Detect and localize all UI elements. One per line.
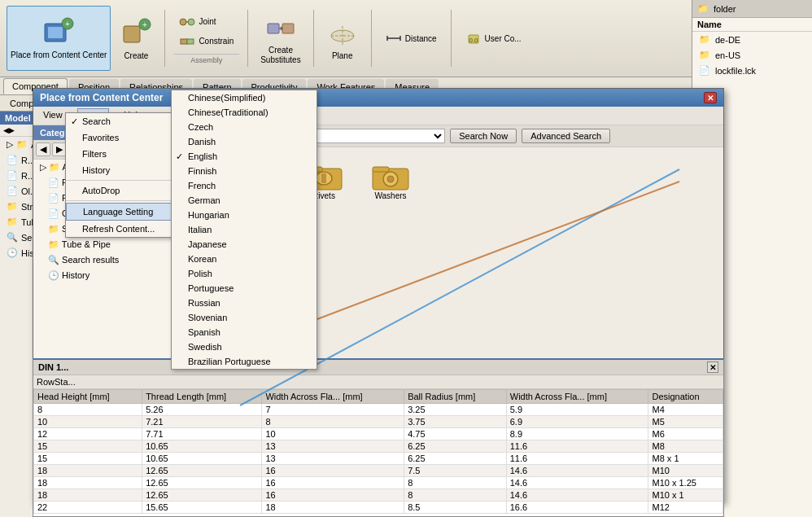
table-area: DIN 1... ✕ RowSta... Head Height [mm] Th…: [33, 358, 724, 517]
dialog-titlebar: Place from Content Center ✕: [33, 89, 723, 107]
table-row[interactable]: 1510.65136.2511.6M8 x 1: [34, 453, 723, 465]
lang-korean[interactable]: Korean: [172, 252, 317, 266]
svg-rect-12: [268, 24, 279, 33]
svg-rect-11: [187, 39, 194, 44]
user-co-button[interactable]: 0.0 User Co...: [460, 29, 527, 47]
data-table: Head Height [mm] Thread Length [mm] Widt…: [33, 389, 723, 514]
constrain-label: Constrain: [199, 37, 234, 46]
lang-brazilian-portuguese[interactable]: Brazilian Portuguese: [172, 354, 317, 369]
plane-icon: [326, 17, 359, 50]
lang-french[interactable]: French: [172, 178, 317, 193]
folder-icon-rp: 📁: [697, 3, 709, 14]
distance-button[interactable]: Distance: [380, 29, 443, 47]
table-row[interactable]: 1812.6516814.6M10 x 1.25: [34, 477, 723, 489]
lang-hungarian-label: Hungarian: [188, 210, 229, 220]
washers-label: Washers: [374, 191, 406, 200]
sidebar-search-icon: 🔍: [7, 232, 18, 243]
din-label: DIN 1...: [38, 362, 68, 372]
lang-japanese[interactable]: Japanese: [172, 237, 317, 252]
joint-label: Joint: [199, 17, 216, 26]
lang-danish[interactable]: Danish: [172, 134, 317, 149]
lang-english-label: English: [188, 151, 217, 161]
table-row[interactable]: 127.71104.758.9M6: [34, 428, 723, 440]
lang-german[interactable]: German: [172, 193, 317, 208]
svg-rect-10: [181, 39, 187, 44]
ctx-autodrop-label: AutoDrop: [82, 186, 120, 195]
lang-chinese-simplified[interactable]: Chinese(Simplified): [172, 90, 317, 105]
distance-label: Distance: [405, 34, 437, 43]
create-label: Create: [124, 51, 148, 60]
svg-rect-1: [48, 27, 63, 38]
lang-swedish[interactable]: Swedish: [172, 340, 317, 354]
lang-polish[interactable]: Polish: [172, 266, 317, 281]
right-panel-header: 📁 folder: [692, 0, 812, 18]
ctx-favorites-label: Favorites: [82, 133, 119, 142]
ctx-search-label: Search: [82, 116, 111, 126]
table-row[interactable]: 2215.65188.516.6M12: [34, 502, 723, 514]
lang-slovenian[interactable]: Slovenian: [172, 310, 317, 325]
row-status-label: RowSta...: [37, 377, 76, 387]
dialog-close-button[interactable]: ✕: [704, 92, 717, 103]
constrain-button[interactable]: Constrain: [173, 33, 239, 50]
lang-czech[interactable]: Czech: [172, 120, 317, 134]
toolbar-area: + Place from Content Center + Create Joi…: [0, 0, 812, 77]
table-row[interactable]: 1812.6516814.6M10 x 1: [34, 489, 723, 502]
rp-item-de-de[interactable]: 📁 de-DE: [692, 32, 812, 47]
lang-portuguese[interactable]: Portuguese: [172, 281, 317, 296]
sidebar-r2-icon: 📄: [7, 170, 18, 181]
table-row[interactable]: 1812.65167.514.6M10: [34, 465, 723, 477]
svg-rect-13: [282, 24, 294, 33]
lang-slovenian-label: Slovenian: [188, 313, 227, 322]
toolbar-divider-3: [313, 10, 314, 67]
create-substitutes-button[interactable]: CreateSubstitutes: [256, 6, 304, 71]
name-label: Name: [697, 20, 722, 29]
lang-english[interactable]: English: [172, 149, 317, 164]
plane-label: Plane: [332, 51, 353, 60]
advanced-search-button[interactable]: Advanced Search: [522, 129, 610, 143]
dialog-title: Place from Content Center: [40, 92, 163, 103]
svg-text:+: +: [65, 20, 70, 28]
col-thread-length: Thread Length [mm]: [142, 390, 262, 404]
lang-spanish[interactable]: Spanish: [172, 325, 317, 340]
place-from-content-button[interactable]: + Place from Content Center: [7, 6, 111, 71]
lang-spanish-label: Spanish: [188, 327, 220, 337]
user-co-label: User Co...: [485, 34, 522, 43]
lang-german-label: German: [188, 195, 220, 205]
distance-group: Distance: [380, 29, 443, 47]
sidebar-ol-icon: 📄: [7, 186, 18, 196]
rp-item-en-us[interactable]: 📁 en-US: [692, 47, 812, 63]
lang-italian-label: Italian: [188, 225, 212, 234]
toolbar-divider-2: [247, 10, 248, 67]
create-button[interactable]: + Create: [116, 6, 156, 71]
toolbar-divider-4: [371, 10, 372, 67]
table-row[interactable]: 1510.65136.2511.6M8: [34, 440, 723, 453]
menu-view[interactable]: View: [38, 108, 68, 123]
plane-button[interactable]: Plane: [322, 6, 363, 71]
table-row[interactable]: 85.2673.255.9M4: [34, 404, 723, 416]
joint-constrain-group: Joint Constrain Assembly: [173, 13, 239, 64]
lang-chinese-traditional[interactable]: Chinese(Traditional): [172, 105, 317, 120]
svg-rect-34: [373, 167, 389, 172]
lang-ct-label: Chinese(Traditional): [188, 107, 268, 117]
washers-icon-item[interactable]: Washers: [362, 156, 419, 204]
table-close-button[interactable]: ✕: [707, 361, 718, 373]
sidebar-tube-icon: 📁: [7, 217, 18, 227]
lang-finnish[interactable]: Finnish: [172, 164, 317, 178]
col-designation: Designation: [648, 390, 723, 404]
search-for-dropdown[interactable]: [315, 129, 445, 143]
nav-back-button[interactable]: ◀: [36, 142, 50, 156]
col-head-height: Head Height [mm]: [34, 390, 142, 404]
table-row[interactable]: 107.2183.756.9M5: [34, 416, 723, 428]
table-scroll-area[interactable]: Head Height [mm] Thread Length [mm] Widt…: [33, 389, 723, 514]
lang-hungarian[interactable]: Hungarian: [172, 208, 317, 222]
lang-swedish-label: Swedish: [188, 342, 222, 352]
lang-russian[interactable]: Russian: [172, 296, 317, 310]
lang-japanese-label: Japanese: [188, 239, 227, 249]
joint-button[interactable]: Joint: [173, 13, 239, 31]
rp-item-lockfile[interactable]: 📄 lockfile.lck: [692, 63, 812, 78]
search-now-button[interactable]: Search Now: [450, 129, 517, 143]
ctx-history-label: History: [82, 165, 110, 175]
folder-icon-small: 📁: [16, 139, 28, 150]
lang-italian[interactable]: Italian: [172, 222, 317, 237]
place-content-icon: +: [42, 16, 75, 49]
